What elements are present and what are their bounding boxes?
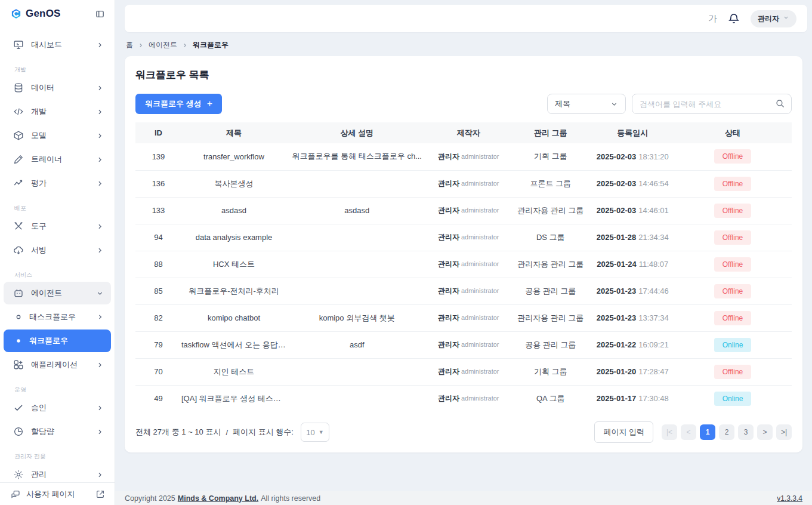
sidebar-item-serving[interactable]: 서빙	[4, 239, 111, 261]
sidebar-item-quota[interactable]: 할당량	[4, 420, 111, 443]
font-size-button[interactable]: 가	[708, 13, 717, 24]
table-row[interactable]: 133asdasdasdasd관리자administrator관리자용 관리 그…	[135, 197, 792, 224]
registered-date: 2025-02-03	[597, 179, 637, 188]
search-field-select[interactable]: 제목	[547, 94, 626, 114]
sidebar-item-dashboard[interactable]: 대시보드	[4, 33, 111, 56]
sidebar-item-workflow[interactable]: 워크플로우	[4, 330, 111, 352]
cell-status: Offline	[674, 358, 792, 385]
chevron-down-icon	[610, 100, 618, 108]
notification-bell-icon[interactable]	[728, 13, 740, 24]
version-link[interactable]: v1.3.3.4	[777, 494, 802, 503]
table-row[interactable]: 85워크플로우-전처리-후처리관리자administrator공용 관리 그룹2…	[135, 278, 792, 304]
sidebar-item-agent[interactable]: 에이전트	[4, 282, 111, 304]
table-row[interactable]: 49[QA] 워크플로우 생성 테스트 1관리자administratorQA …	[135, 385, 792, 412]
sidebar-item-model[interactable]: 모델	[4, 124, 111, 147]
sidebar-item-label: 모델	[31, 130, 89, 141]
workflow-id: 133	[152, 206, 165, 215]
create-workflow-button[interactable]: 워크플로우 생성 +	[135, 94, 222, 114]
sidebar-item-label: 대시보드	[31, 39, 89, 50]
sidebar-item-user-page[interactable]: 사용자 페이지	[0, 482, 115, 505]
cell-title: asdasd	[181, 197, 286, 224]
registered-date: 2025-01-22	[597, 340, 637, 349]
cell-description	[286, 251, 428, 278]
cell-id: 85	[135, 278, 181, 304]
registered-time: 11:48:07	[639, 260, 669, 269]
management-group: 프론트 그룹	[530, 179, 571, 188]
cell-group: 프론트 그룹	[510, 170, 592, 197]
cell-date: 2025-02-0318:31:20	[592, 143, 674, 170]
chevron-right-icon	[96, 108, 104, 116]
sidebar-item-label: 관리	[31, 469, 89, 480]
rows-per-page-label: 페이지 표시 행수:	[233, 427, 294, 438]
sidebar-item-application[interactable]: 애플리케이션	[4, 353, 111, 376]
cell-date: 2025-01-2313:37:34	[592, 304, 674, 331]
pagination-next-page-button[interactable]: >	[757, 424, 773, 440]
registered-date: 2025-01-23	[597, 313, 637, 322]
page-input-button[interactable]: 페이지 입력	[594, 421, 653, 443]
sidebar-section-admin-only-section: 관리자 전용	[14, 452, 115, 461]
copyright-text: Copyright 2025Minds & Company Ltd.All ri…	[125, 494, 320, 503]
company-link[interactable]: Minds & Company Ltd.	[178, 494, 258, 503]
circle-filled-icon	[15, 337, 22, 344]
search-input[interactable]	[632, 94, 792, 114]
cell-date: 2025-01-2216:09:21	[592, 331, 674, 358]
rows-per-page-select[interactable]: 10 ▼	[301, 423, 329, 442]
sidebar-item-taskflow[interactable]: 태스크플로우	[4, 306, 111, 328]
pagination-page-1-button[interactable]: 1	[700, 424, 715, 440]
pagination-page-3-button[interactable]: 3	[738, 424, 754, 440]
sidebar-item-management[interactable]: 관리	[4, 463, 111, 482]
chevron-right-icon	[182, 42, 188, 48]
collapse-sidebar-icon[interactable]	[95, 9, 105, 19]
column-header-creator: 제작자	[428, 122, 510, 143]
sidebar-item-label: 서빙	[31, 245, 89, 255]
breadcrumb-home[interactable]: 홈	[126, 40, 133, 50]
cell-creator: 관리자administrator	[428, 224, 510, 251]
column-header-title: 제목	[181, 122, 286, 143]
table-row[interactable]: 94data analysis example관리자administratorD…	[135, 224, 792, 251]
registered-time: 14:46:01	[638, 206, 669, 215]
breadcrumb-agent[interactable]: 에이전트	[149, 40, 177, 50]
sidebar-item-develop[interactable]: 개발	[4, 100, 111, 123]
status-badge: Offline	[714, 365, 751, 379]
sidebar-item-evaluation[interactable]: 평가	[4, 172, 111, 195]
create-workflow-label: 워크플로우 생성	[145, 98, 202, 109]
app-grid-icon	[13, 359, 24, 370]
table-row[interactable]: 139transfer_workflow워크플로우를 통해 태스크플로우 ch.…	[135, 143, 792, 170]
profile-menu-button[interactable]: 관리자	[751, 10, 796, 27]
cell-group: QA 그룹	[510, 385, 592, 412]
workflow-title: HCX 테스트	[213, 260, 255, 269]
cell-id: 79	[135, 331, 181, 358]
status-badge: Online	[714, 338, 751, 352]
table-row[interactable]: 136복사본생성관리자administrator프론트 그룹2025-02-03…	[135, 170, 792, 197]
code-icon	[13, 106, 24, 117]
column-header-description: 상세 설명	[286, 122, 428, 143]
search-icon[interactable]	[775, 98, 785, 109]
sidebar-item-tools[interactable]: 도구	[4, 215, 111, 238]
cell-description	[286, 278, 428, 304]
pagination-last-page-button[interactable]: >|	[776, 424, 792, 440]
sidebar-item-approval[interactable]: 승인	[4, 396, 111, 419]
sidebar-item-trainer[interactable]: 트레이너	[4, 148, 111, 171]
table-row[interactable]: 88HCX 테스트관리자administrator관리자용 관리 그룹2025-…	[135, 251, 792, 278]
chart-icon	[13, 178, 24, 189]
status-badge: Online	[714, 392, 751, 406]
registered-date: 2025-01-23	[597, 287, 637, 295]
table-row[interactable]: 79taskflow 액션에서 오는 응답 cust...asdf관리자admi…	[135, 331, 792, 358]
status-badge: Offline	[714, 177, 751, 191]
cell-date: 2025-02-0314:46:01	[592, 197, 674, 224]
table-row[interactable]: 82komipo chatbotkomipo 외부검색 챗봇관리자adminis…	[135, 304, 792, 331]
workflow-description: komipo 외부검색 챗봇	[319, 313, 395, 322]
external-link-icon[interactable]	[95, 489, 105, 499]
chevron-right-icon	[96, 428, 104, 436]
cell-group: 관리자용 관리 그룹	[510, 197, 592, 224]
creator-name: administrator	[461, 314, 499, 321]
chevron-right-icon	[96, 132, 104, 140]
table-row[interactable]: 70지인 테스트관리자administrator기획 그룹2025-01-201…	[135, 358, 792, 385]
creator-role: 관리자	[438, 367, 459, 375]
cell-description: komipo 외부검색 챗봇	[286, 304, 428, 331]
status-badge: Offline	[714, 284, 751, 298]
column-header-date: 등록일시	[592, 122, 674, 143]
pagination-page-2-button[interactable]: 2	[719, 424, 734, 440]
pagination-separator: /	[226, 428, 228, 437]
sidebar-item-data[interactable]: 데이터	[4, 76, 111, 99]
